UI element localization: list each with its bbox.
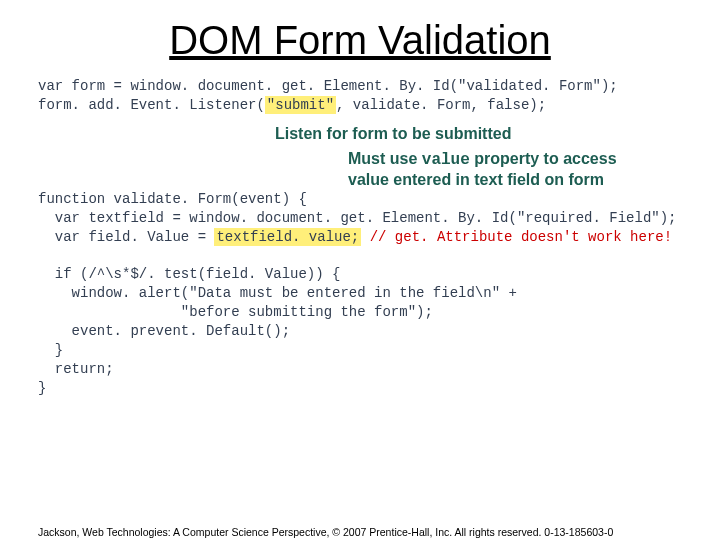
page-title: DOM Form Validation: [0, 18, 720, 63]
slide: DOM Form Validation var form = window. d…: [0, 18, 720, 540]
annotation-mono: value: [422, 151, 470, 169]
annotation-text: value entered in text field on form: [348, 171, 604, 188]
annotation-listen: Listen for form to be submitted: [275, 125, 720, 143]
annotation-value: Must use value property to access value …: [348, 149, 720, 190]
code-text: if (/^\s*$/. test(field. Value)) { windo…: [38, 266, 517, 395]
highlight-submit: "submit": [265, 96, 336, 114]
annotation-text: Must use: [348, 150, 422, 167]
highlight-value: textfield. value;: [214, 228, 361, 246]
annotation-text: property to access: [470, 150, 617, 167]
code-text: , validate. Form, false);: [336, 97, 546, 113]
code-block-2: function validate. Form(event) { var tex…: [38, 190, 720, 398]
code-comment-warning: // get. Attribute doesn't work here!: [361, 229, 672, 245]
code-block-1: var form = window. document. get. Elemen…: [38, 77, 720, 115]
footer-citation: Jackson, Web Technologies: A Computer Sc…: [38, 526, 700, 538]
